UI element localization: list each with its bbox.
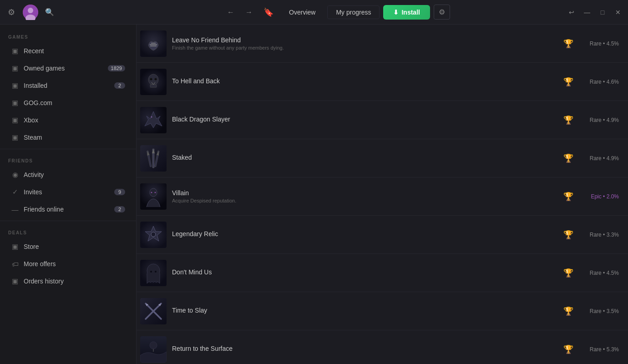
steam-icon: ▣ [11, 133, 19, 142]
svg-point-27 [150, 188, 157, 197]
sidebar-item-installed[interactable]: ▣ Installed 2 [3, 77, 133, 94]
rarity-label: Rare • 5.3% [582, 346, 619, 353]
sidebar-item-recent[interactable]: ▣ Recent [3, 43, 133, 59]
rarity-label: Rare • 4.5% [582, 270, 619, 276]
achievement-row[interactable]: Time to Slay🏆Rare • 3.5% [137, 292, 628, 330]
achievement-row[interactable]: To Hell and Back🏆Rare • 4.6% [137, 63, 628, 101]
wm-back-button[interactable]: ↩ [565, 6, 578, 19]
divider-deals [0, 221, 136, 221]
achievement-name: Don't Mind Us [172, 268, 558, 276]
tab-myprogress[interactable]: My progress [327, 5, 380, 19]
achievement-name: Staked [172, 154, 558, 161]
sidebar-item-label: GOG.com [24, 99, 125, 106]
game-settings-button[interactable]: ⚙ [434, 5, 450, 20]
achievement-info: Leave No Friend BehindFinish the game wi… [172, 36, 558, 51]
svg-point-28 [151, 192, 152, 193]
installed-icon: ▣ [11, 81, 19, 90]
achievement-row[interactable]: Staked🏆Rare • 4.9% [137, 139, 628, 177]
friends-online-icon: — [11, 205, 19, 213]
sidebar-item-xbox[interactable]: ▣ Xbox [3, 112, 133, 128]
rarity-label: Rare • 4.6% [582, 79, 619, 85]
sidebar-item-more-offers[interactable]: 🏷 More offers [3, 256, 133, 272]
bookmark-button[interactable]: 🔖 [260, 5, 277, 19]
rarity-label: Epic • 2.0% [582, 193, 619, 200]
svg-point-37 [150, 271, 152, 273]
achievement-thumbnail [140, 183, 167, 210]
trophy-icon: 🏆 [563, 153, 573, 163]
game-settings-icon: ⚙ [439, 8, 445, 16]
avatar[interactable] [23, 5, 38, 20]
achievement-thumbnail [140, 30, 167, 57]
achievement-row[interactable]: Black Dragon Slayer🏆Rare • 4.9% [137, 101, 628, 139]
sidebar-item-friends-online[interactable]: — Friends online 2 [3, 201, 133, 217]
svg-rect-13 [150, 85, 157, 87]
layout: GAMES ▣ Recent ▣ Owned games 1829 ▣ Inst… [0, 25, 628, 364]
sidebar-item-label: Store [24, 243, 125, 250]
sidebar-item-label: Owned games [24, 65, 103, 72]
sidebar-item-gog[interactable]: ▣ GOG.com [3, 95, 133, 111]
nav-forward-button[interactable]: → [242, 6, 256, 18]
rarity-label: Rare • 4.5% [582, 40, 619, 47]
achievement-info: VillainAcquire Despised reputation. [172, 189, 558, 203]
settings-button[interactable]: ⚙ [4, 5, 19, 20]
sidebar-item-invites[interactable]: ✓ Invites 9 [3, 184, 133, 200]
topbar-right: ↩ — □ ✕ [533, 6, 624, 19]
sidebar-item-steam[interactable]: ▣ Steam [3, 129, 133, 146]
achievement-thumbnail [140, 107, 167, 133]
owned-games-icon: ▣ [11, 64, 19, 72]
sidebar-item-activity[interactable]: ◉ Activity [3, 167, 133, 183]
wm-minimize-button[interactable]: — [581, 6, 593, 19]
store-icon: ▣ [11, 243, 19, 251]
achievement-row[interactable]: Don't Mind Us🏆Rare • 4.5% [137, 254, 628, 292]
svg-point-16 [151, 116, 152, 117]
sidebar: GAMES ▣ Recent ▣ Owned games 1829 ▣ Inst… [0, 25, 137, 364]
gear-icon: ⚙ [8, 7, 15, 17]
achievement-row[interactable]: Legendary Relic🏆Rare • 3.3% [137, 216, 628, 254]
sidebar-item-label: Steam [24, 134, 125, 141]
wm-back-icon: ↩ [569, 9, 574, 16]
tab-overview[interactable]: Overview [281, 6, 324, 19]
trophy-icon: 🏆 [563, 39, 573, 49]
achievement-name: Black Dragon Slayer [172, 116, 558, 123]
achievement-name: Villain [172, 189, 558, 197]
achievement-info: Return to the Surface [172, 345, 558, 354]
nav-back-button[interactable]: ← [223, 6, 238, 18]
sidebar-item-orders-history[interactable]: ▣ Orders history [3, 273, 133, 289]
achievement-row[interactable]: VillainAcquire Despised reputation.🏆Epic… [137, 177, 628, 216]
sidebar-item-label: Activity [24, 171, 125, 178]
wm-maximize-button[interactable]: □ [596, 6, 609, 19]
sidebar-item-label: Orders history [24, 278, 125, 285]
install-button[interactable]: ⬇ Install [383, 5, 430, 20]
trophy-icon: 🏆 [563, 344, 573, 354]
achievement-thumbnail [140, 298, 167, 324]
owned-games-badge: 1829 [108, 65, 125, 71]
svg-point-29 [155, 192, 156, 193]
achievement-row[interactable]: Leave No Friend BehindFinish the game wi… [137, 25, 628, 63]
wm-close-button[interactable]: ✕ [612, 6, 624, 19]
xbox-icon: ▣ [11, 116, 19, 124]
friends-section-label: FRIENDS [0, 152, 136, 166]
search-button[interactable]: 🔍 [42, 5, 57, 20]
achievements-main: Leave No Friend BehindFinish the game wi… [137, 25, 628, 364]
trophy-icon: 🏆 [563, 115, 573, 125]
achievement-thumbnail [140, 336, 167, 363]
achievement-info: To Hell and Back [172, 77, 558, 86]
search-icon: 🔍 [45, 8, 54, 16]
invites-badge: 9 [114, 189, 125, 195]
trophy-icon: 🏆 [563, 230, 573, 240]
sidebar-item-label: Installed [24, 82, 110, 89]
achievement-thumbnail [140, 69, 167, 95]
rarity-label: Rare • 3.3% [582, 232, 619, 238]
svg-point-47 [150, 342, 157, 349]
divider-friends [0, 149, 136, 149]
trophy-icon: 🏆 [563, 77, 573, 87]
sidebar-item-owned-games[interactable]: ▣ Owned games 1829 [3, 60, 133, 76]
sidebar-item-label: Friends online [24, 206, 110, 213]
sidebar-item-store[interactable]: ▣ Store [3, 238, 133, 255]
achievement-info: Legendary Relic [172, 230, 558, 239]
wm-close-icon: ✕ [615, 9, 621, 16]
nav-forward-icon: → [245, 8, 253, 16]
install-label: Install [401, 9, 420, 16]
trophy-icon: 🏆 [563, 268, 573, 278]
achievement-row[interactable]: Return to the Surface🏆Rare • 5.3% [137, 330, 628, 364]
